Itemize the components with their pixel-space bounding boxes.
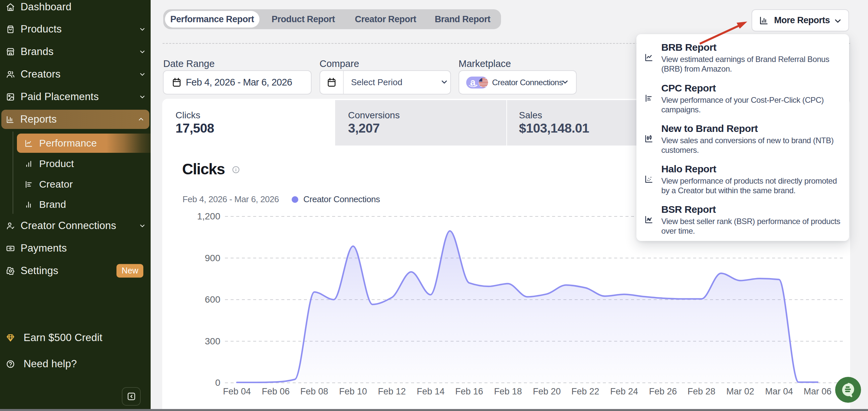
svg-text:Feb 26: Feb 26 (649, 386, 677, 397)
svg-text:Feb 04: Feb 04 (223, 386, 251, 397)
svg-text:Feb 06: Feb 06 (262, 386, 290, 397)
svg-text:Mar 06: Mar 06 (804, 386, 832, 397)
svg-text:Feb 20: Feb 20 (533, 386, 561, 397)
svg-text:Feb 22: Feb 22 (571, 386, 599, 397)
svg-text:900: 900 (205, 253, 220, 263)
svg-text:Feb 28: Feb 28 (687, 386, 715, 397)
svg-text:Feb 24: Feb 24 (610, 386, 638, 397)
svg-text:Mar 02: Mar 02 (726, 386, 754, 397)
svg-text:Feb 16: Feb 16 (455, 386, 483, 397)
svg-text:300: 300 (205, 336, 220, 346)
svg-text:1,200: 1,200 (197, 211, 220, 221)
svg-text:600: 600 (205, 294, 220, 305)
svg-text:Feb 08: Feb 08 (300, 386, 328, 397)
svg-text:Feb 14: Feb 14 (417, 386, 445, 397)
svg-text:0: 0 (215, 378, 220, 388)
svg-text:Mar 04: Mar 04 (765, 386, 793, 397)
svg-text:Feb 12: Feb 12 (378, 386, 406, 397)
svg-text:Feb 18: Feb 18 (494, 386, 522, 397)
svg-text:Feb 10: Feb 10 (339, 386, 367, 397)
